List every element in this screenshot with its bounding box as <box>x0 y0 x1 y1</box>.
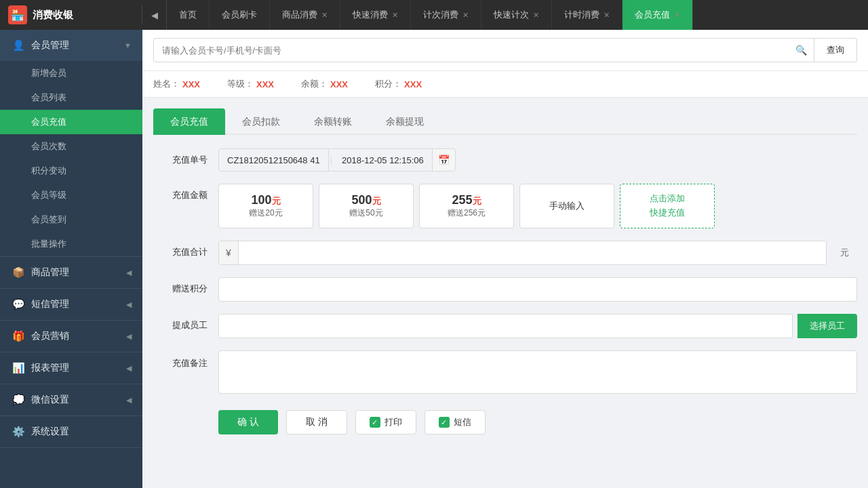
sidebar-item-member-checkin[interactable]: 会员签到 <box>0 207 142 232</box>
add-quick-label1: 点击添加 <box>650 192 685 206</box>
search-input-wrapper: 🔍 查询 <box>153 38 857 62</box>
sidebar-item-member-times[interactable]: 会员次数 <box>0 134 142 159</box>
sidebar-item-member-list[interactable]: 会员列表 <box>0 85 142 110</box>
report-mgmt-icon: 📊 <box>11 361 26 375</box>
sidebar-item-batch-ops[interactable]: 批量操作 <box>0 232 142 256</box>
nav-tab-member-recharge[interactable]: 会员充值 ✕ <box>623 0 693 30</box>
sidebar-item-member-recharge[interactable]: 会员充值 <box>0 110 142 134</box>
system-settings-icon: ⚙️ <box>11 424 26 439</box>
sidebar-item-member-level[interactable]: 会员等级 <box>0 183 142 207</box>
notes-row: 充值备注 <box>153 350 857 394</box>
amount-bonus-500: 赠送50元 <box>349 207 382 219</box>
sidebar-section-header-sms-mgmt[interactable]: 💬 短信管理 ◀ <box>0 289 142 320</box>
bonus-points-input[interactable] <box>218 277 857 302</box>
print-label: 打印 <box>384 416 402 428</box>
nav-tab-quick-count[interactable]: 快速计次 ✕ <box>481 0 552 30</box>
staff-controls: 选择员工 <box>218 314 857 338</box>
sms-label: 短信 <box>454 416 471 428</box>
main-layout: 👤 会员管理 ▼ 新增会员 会员列表 会员充值 会员次数 积分变动 会员等级 会… <box>0 30 868 488</box>
member-balance-item: 余额： XXX <box>301 78 348 90</box>
sidebar: 👤 会员管理 ▼ 新增会员 会员列表 会员充值 会员次数 积分变动 会员等级 会… <box>0 30 142 488</box>
sms-mgmt-arrow: ◀ <box>126 300 132 309</box>
staff-input[interactable] <box>218 314 793 338</box>
total-input[interactable] <box>239 241 826 264</box>
member-mgmt-arrow: ▼ <box>124 41 132 49</box>
sidebar-section-member-mgmt: 👤 会员管理 ▼ 新增会员 会员列表 会员充值 会员次数 积分变动 会员等级 会… <box>0 30 142 257</box>
report-mgmt-label: 报表管理 <box>31 362 126 374</box>
sidebar-section-wechat-settings: 💭 微信设置 ◀ <box>0 384 142 416</box>
total-controls: ¥ 元 <box>218 241 857 265</box>
search-bar: 🔍 查询 <box>142 30 868 71</box>
select-staff-button[interactable]: 选择员工 <box>797 314 857 338</box>
nav-collapse-btn[interactable]: ◀ <box>142 0 167 30</box>
calendar-button[interactable]: 📅 <box>432 149 455 171</box>
sidebar-section-header-member-mgmt[interactable]: 👤 会员管理 ▼ <box>0 30 142 61</box>
search-icon-button[interactable]: 🔍 <box>789 38 814 62</box>
tab-deduct[interactable]: 会员扣款 <box>225 108 297 135</box>
tab-close-icon[interactable]: ✕ <box>674 11 680 20</box>
action-buttons: 确 认 取 消 ✓ 打印 ✓ 短信 <box>153 410 857 434</box>
member-balance-value: XXX <box>330 79 348 89</box>
search-input[interactable] <box>153 38 789 62</box>
member-level-label: 等级： <box>227 78 254 90</box>
amount-main-255: 255元 <box>452 193 481 207</box>
sms-button[interactable]: ✓ 短信 <box>425 410 486 434</box>
member-points-item: 积分： XXX <box>375 78 422 90</box>
sidebar-section-system-settings: ⚙️ 系统设置 <box>0 416 142 448</box>
sms-mgmt-label: 短信管理 <box>31 298 126 310</box>
member-name-value: XXX <box>182 79 200 89</box>
wechat-settings-arrow: ◀ <box>126 396 132 405</box>
member-info-bar: 姓名： XXX 等级： XXX 余额： XXX 积分： XXX <box>142 71 868 98</box>
cancel-button[interactable]: 取 消 <box>286 410 347 434</box>
amount-card-manual[interactable]: 手动输入 <box>519 184 614 228</box>
sidebar-item-points-change[interactable]: 积分变动 <box>0 159 142 183</box>
charge-amount-row: 充值金额 100元 赠送20元 500元 赠送50元 <box>153 184 857 228</box>
confirm-button[interactable]: 确 认 <box>218 410 278 434</box>
amount-card-500[interactable]: 500元 赠送50元 <box>319 184 414 228</box>
nav-tab-quick-consume[interactable]: 快速消费 ✕ <box>340 0 411 30</box>
nav-tab-goods-consume[interactable]: 商品消费 ✕ <box>270 0 340 30</box>
sidebar-section-header-report-mgmt[interactable]: 📊 报表管理 ◀ <box>0 352 142 384</box>
top-nav: 🏪 消费收银 ◀ 首页 会员刷卡 商品消费 ✕ 快速消费 ✕ 计次消费 ✕ 快速… <box>0 0 868 30</box>
member-marketing-icon: 🎁 <box>11 329 26 344</box>
total-label: 充值合计 <box>153 241 208 258</box>
member-name-item: 姓名： XXX <box>153 78 200 90</box>
tab-close-icon[interactable]: ✕ <box>462 11 469 20</box>
query-button[interactable]: 查询 <box>814 38 857 62</box>
goods-mgmt-icon: 📦 <box>11 265 26 280</box>
nav-tab-count-consume[interactable]: 计次消费 ✕ <box>411 0 481 30</box>
tab-recharge[interactable]: 会员充值 <box>153 108 225 135</box>
amount-card-100[interactable]: 100元 赠送20元 <box>218 184 313 228</box>
print-button[interactable]: ✓ 打印 <box>355 410 416 434</box>
tab-close-icon[interactable]: ✕ <box>533 11 539 20</box>
sidebar-section-header-goods-mgmt[interactable]: 📦 商品管理 ◀ <box>0 257 142 288</box>
amount-card-255[interactable]: 255元 赠送256元 <box>419 184 514 228</box>
notes-label: 充值备注 <box>153 350 208 369</box>
tab-withdraw[interactable]: 余额提现 <box>369 108 441 135</box>
tab-close-icon[interactable]: ✕ <box>321 11 328 20</box>
form-tabs: 会员充值 会员扣款 余额转账 余额提现 <box>153 108 857 135</box>
nav-tab-time-consume[interactable]: 计时消费 ✕ <box>552 0 623 30</box>
tab-transfer[interactable]: 余额转账 <box>297 108 369 135</box>
sidebar-section-sms-mgmt: 💬 短信管理 ◀ <box>0 289 142 321</box>
charge-number-row: 充值单号 CZ18120512150648 41 | 2018-12-05 12… <box>153 148 857 171</box>
notes-textarea[interactable] <box>218 350 857 394</box>
member-points-label: 积分： <box>375 78 401 90</box>
tab-close-icon[interactable]: ✕ <box>392 11 398 20</box>
sidebar-section-header-wechat-settings[interactable]: 💭 微信设置 ◀ <box>0 384 142 415</box>
sidebar-section-header-member-marketing[interactable]: 🎁 会员营销 ◀ <box>0 321 142 352</box>
member-marketing-label: 会员营销 <box>31 330 126 342</box>
nav-tab-home[interactable]: 首页 <box>167 0 210 30</box>
amount-card-add-quick[interactable]: 点击添加 快捷充值 <box>620 184 715 228</box>
tab-close-icon[interactable]: ✕ <box>604 11 610 20</box>
sms-checkbox-icon: ✓ <box>439 417 450 428</box>
nav-tab-member-card[interactable]: 会员刷卡 <box>210 0 270 30</box>
currency-suffix: 元 <box>832 247 857 259</box>
goods-mgmt-arrow: ◀ <box>126 268 132 277</box>
charge-amount-controls: 100元 赠送20元 500元 赠送50元 255元 <box>218 184 857 228</box>
sidebar-section-header-system-settings[interactable]: ⚙️ 系统设置 <box>0 416 142 447</box>
total-row: 充值合计 ¥ 元 <box>153 241 857 265</box>
charge-number-wrapper: CZ18120512150648 41 | 2018-12-05 12:15:0… <box>218 148 456 171</box>
sidebar-item-add-member[interactable]: 新增会员 <box>0 61 142 85</box>
member-level-item: 等级： XXX <box>227 78 274 90</box>
